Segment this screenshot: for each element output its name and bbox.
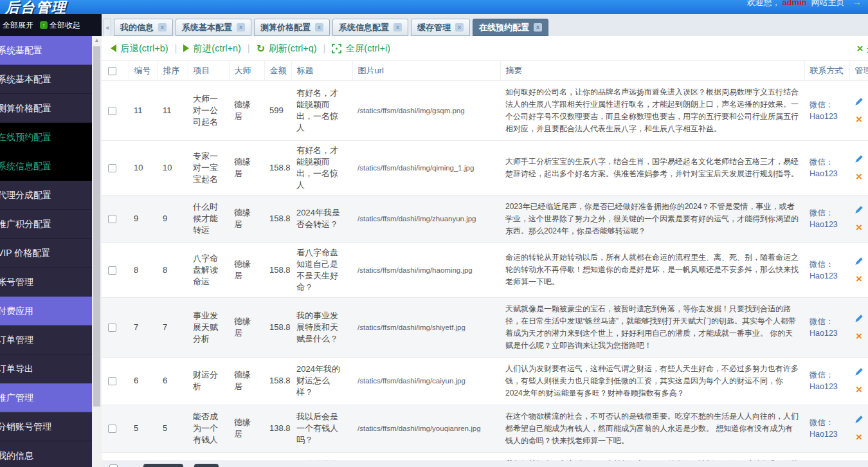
site-home-link[interactable]: 网站主页 <box>811 0 844 7</box>
cell-sort: 5 <box>158 405 188 452</box>
tab-系统信息配置[interactable]: 系统信息配置x <box>332 19 408 36</box>
cell-id: 10 <box>129 140 158 195</box>
close-button[interactable]: × 关 <box>857 42 868 55</box>
tab-在线预约配置[interactable]: 在线预约配置x <box>473 19 548 36</box>
delete-icon[interactable]: × <box>851 172 867 181</box>
toolbar-separator: | <box>323 43 326 53</box>
row-checkbox[interactable] <box>108 107 116 115</box>
tab-label: 缓存管理 <box>417 22 451 33</box>
delete-icon[interactable]: × <box>851 223 867 232</box>
edit-icon[interactable] <box>851 97 867 106</box>
sidebar-group-header[interactable]: 推广管理 <box>0 383 92 412</box>
sidebar-item[interactable]: VIP 价格配置 <box>0 239 92 268</box>
collapse-arrow-icon: ↑ <box>40 21 48 29</box>
delete-icon[interactable]: × <box>851 115 867 124</box>
sidebar-group-header[interactable]: 付费应用 <box>0 297 92 325</box>
edit-icon[interactable] <box>851 367 867 376</box>
sidebar-scrollbar[interactable]: ▲ <box>92 36 102 467</box>
back-button[interactable]: 后退(ctrl+b) <box>111 42 168 55</box>
edit-icon[interactable] <box>851 415 867 424</box>
row-checkbox[interactable] <box>108 164 116 172</box>
expand-all-label: 全部展开 <box>3 20 33 31</box>
collapse-all-button[interactable]: ↑ 全部收起 <box>40 20 80 31</box>
sidebar-item[interactable]: 分销账号管理 <box>0 412 92 441</box>
cell-title: 我的事业发展特质和天赋是什么？ <box>291 297 352 357</box>
scroll-up-icon[interactable]: ▲ <box>92 36 102 45</box>
sidebar-item[interactable]: 帐号管理 <box>0 268 92 297</box>
cell-summary: 大师手工分析宝宝的生辰八字，结合生肖，国学易经起名文化老师结合五格三才，易经楚辞… <box>500 140 804 195</box>
row-checkbox[interactable] <box>108 377 116 385</box>
sidebar-item[interactable]: 测算价格配置 <box>0 94 92 123</box>
cell-contact: 微信：Hao123 <box>804 195 849 243</box>
cell-price: 138.8 <box>264 405 291 452</box>
refresh-button[interactable]: ↻ 刷新(ctrl+q) <box>257 42 317 55</box>
tab-close-icon[interactable]: x <box>534 23 542 32</box>
cell-master: 德缘居 <box>229 405 264 452</box>
expand-all-button[interactable]: 全部展开 <box>3 20 33 31</box>
sidebar-group-header[interactable]: 系统基配置 <box>0 36 92 65</box>
cell-actions: × <box>849 357 868 405</box>
cell-image-url: /statics/ffsm/dashi/img/youqianren.jpg <box>352 405 500 452</box>
tab-close-icon[interactable]: x <box>158 23 167 32</box>
delete-icon[interactable]: × <box>851 275 867 284</box>
tab-系统基本配置[interactable]: 系统基本配置x <box>176 19 251 36</box>
back-label: 后退(ctrl+b) <box>120 42 168 55</box>
scrollbar-thumb[interactable] <box>93 46 100 407</box>
sidebar-item[interactable]: 系统基本配置 <box>0 65 92 94</box>
tab-我的信息[interactable]: 我的信息x <box>114 19 173 36</box>
cell-image-url: /statics/ffsm/dashi/img/shiyetf.jpg <box>352 297 500 357</box>
table-row: 1111大师一对一公司起名德缘居599有好名，才能脱颖而出，一名惊人/stati… <box>102 80 868 140</box>
tab-缓存管理[interactable]: 缓存管理x <box>411 19 470 36</box>
edit-icon[interactable] <box>851 154 867 163</box>
tab-label: 在线预约配置 <box>479 22 529 33</box>
tab-scroll-left-button[interactable]: ◄ <box>103 19 111 36</box>
footer-action-button[interactable] <box>194 464 219 467</box>
refresh-icon: ↻ <box>257 42 265 55</box>
edit-icon[interactable] <box>851 314 867 323</box>
contact-label: 微信： <box>809 100 834 109</box>
cell-title: 2024年我是否会转运？ <box>291 195 352 243</box>
delete-icon[interactable]: × <box>851 385 867 394</box>
sidebar-item[interactable]: 订单导出 <box>0 354 92 383</box>
row-checkbox[interactable] <box>108 266 116 275</box>
cell-master: 德缘居 <box>229 357 264 405</box>
footer-select-checkbox[interactable] <box>109 464 118 467</box>
logout-arrow-icon[interactable]: → <box>852 0 862 7</box>
delete-icon[interactable]: × <box>851 332 867 341</box>
sidebar-item[interactable]: 推广积分配置 <box>0 210 92 239</box>
tab-close-icon[interactable]: x <box>455 23 464 32</box>
fullscreen-button[interactable]: 全屏(ctrl+i) <box>332 42 390 55</box>
close-x-icon: × <box>857 43 863 54</box>
sidebar-item[interactable]: 订单管理 <box>0 325 92 354</box>
row-checkbox[interactable] <box>108 425 116 433</box>
table-body: 1111大师一对一公司起名德缘居599有好名，才能脱颖而出，一名惊人/stati… <box>102 80 868 461</box>
edit-icon[interactable] <box>851 205 867 214</box>
sidebar-item[interactable]: 系统信息配置 <box>0 152 92 181</box>
cell-project: 财运分析 <box>188 357 229 405</box>
footer-action-button[interactable] <box>143 464 183 467</box>
tab-close-icon[interactable]: x <box>393 23 402 32</box>
tab-测算价格配置[interactable]: 测算价格配置x <box>254 19 330 36</box>
contact-label: 微信： <box>809 371 834 380</box>
table-row: 66财运分析德缘居158.82024年我的财运怎么样？/statics/ffsm… <box>102 357 868 405</box>
column-header: 编号 <box>129 61 158 80</box>
cell-image-url: /statics/ffsm/dashi/img/gsqm.png <box>352 80 500 140</box>
forward-button[interactable]: 前进(ctrl+n) <box>183 42 241 55</box>
sidebar-item[interactable]: 代理分成配置 <box>0 181 92 210</box>
cell-price: 138.8 <box>264 452 291 461</box>
cell-actions: × <box>849 452 868 461</box>
row-checkbox[interactable] <box>108 324 116 332</box>
username: admin <box>782 0 806 7</box>
tab-close-icon[interactable]: x <box>237 23 245 32</box>
contact-value: Hao123 <box>809 220 838 229</box>
delete-icon[interactable]: × <box>851 433 867 442</box>
cell-summary: 我们都希望自己和心爱的另一半长相厮守，可是总会经历波折，导致最后时分手，你能清楚… <box>500 452 804 461</box>
contact-value: Hao123 <box>809 329 838 338</box>
row-checkbox-cell <box>102 195 129 243</box>
edit-icon[interactable] <box>851 257 867 266</box>
sidebar-item[interactable]: 在线预约配置 <box>0 123 92 152</box>
row-checkbox[interactable] <box>108 215 116 223</box>
select-all-checkbox[interactable] <box>108 67 116 75</box>
tab-close-icon[interactable]: x <box>315 23 323 32</box>
sidebar-item[interactable]: 我的信息 <box>0 441 92 467</box>
